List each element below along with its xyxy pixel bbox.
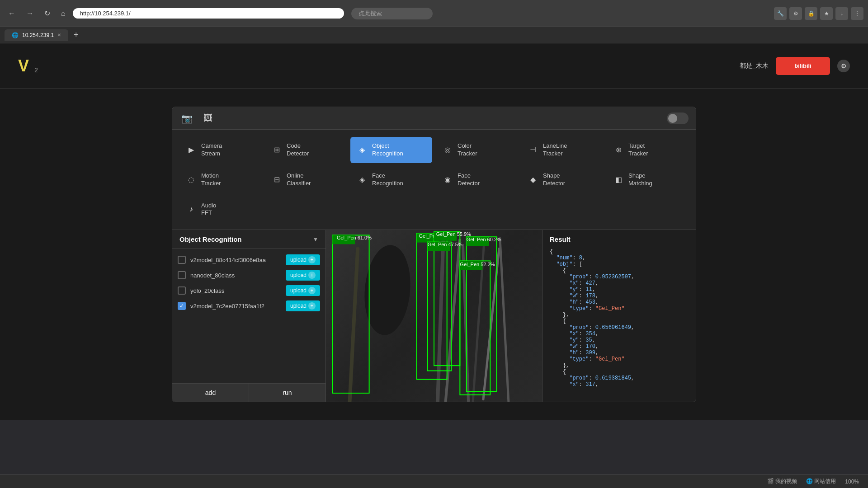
- nav-item-camera-stream-label: CameraStream: [201, 142, 222, 158]
- extension-icon-2[interactable]: ⚙: [789, 7, 802, 20]
- model-list: v2model_88c414cf3006e8aa upload + nanode…: [172, 249, 326, 383]
- add-model-button[interactable]: add: [172, 384, 249, 402]
- svg-rect-12: [467, 237, 497, 392]
- main-container: 📷 🖼 ▶ CameraStream ⊞ CodeDetector ◈ Obje…: [172, 107, 696, 402]
- app-top-bar: V 2 都是_木木 bilibili ⚙: [0, 43, 868, 89]
- new-tab-button[interactable]: +: [74, 30, 79, 40]
- upload-button-3[interactable]: upload +: [286, 300, 320, 311]
- nav-item-color-tracker-label: ColorTracker: [458, 142, 477, 158]
- nav-item-object-recognition-label: ObjectRecognition: [372, 142, 403, 158]
- nav-item-online-classifier-label: OnlineClassifier: [287, 172, 311, 188]
- address-bar[interactable]: http://10.254.239.1/: [73, 8, 344, 19]
- upload-label-0: upload: [290, 257, 307, 263]
- toggle-switch[interactable]: [667, 113, 689, 124]
- tab-favicon: 🌐: [12, 32, 19, 38]
- code-detector-icon: ⊞: [271, 145, 282, 155]
- nav-item-face-recognition-label: FaceRecognition: [372, 172, 403, 188]
- nav-item-shape-matching-label: ShapeMatching: [628, 172, 652, 188]
- svg-rect-15: [460, 261, 490, 395]
- right-panel: Result { "num": 8, "obj": [ { "prob": 0.…: [542, 230, 696, 402]
- extension-icon-4[interactable]: ★: [820, 7, 833, 20]
- upload-label-1: upload: [290, 272, 307, 278]
- home-button[interactable]: ⌂: [57, 8, 69, 19]
- panel-collapse-button[interactable]: ▼: [313, 236, 318, 243]
- nav-item-laneline-tracker-label: LaneLineTracker: [543, 142, 567, 158]
- nav-item-object-recognition[interactable]: ◈ ObjectRecognition: [350, 137, 432, 163]
- run-button[interactable]: run: [249, 384, 326, 402]
- nav-menu: ▶ CameraStream ⊞ CodeDetector ◈ ObjectRe…: [172, 130, 696, 230]
- upload-label-2: upload: [290, 287, 307, 294]
- model-checkbox-3[interactable]: ✓: [178, 302, 186, 310]
- svg-text:Gel_Pen 47.5%: Gel_Pen 47.5%: [428, 242, 462, 247]
- nav-item-code-detector[interactable]: ⊞ CodeDetector: [265, 137, 347, 163]
- face-detector-icon: ◉: [442, 174, 453, 185]
- back-button[interactable]: ←: [5, 8, 19, 19]
- detection-overlay: Gel_Pen 61.0% Gel_Pen 65.6% Gel_Pen 55.9…: [326, 230, 542, 402]
- shape-matching-icon: ◧: [613, 174, 624, 185]
- settings-button[interactable]: ⚙: [837, 60, 850, 72]
- nav-item-online-classifier[interactable]: ⊟ OnlineClassifier: [265, 167, 347, 193]
- active-tab[interactable]: 🌐 10.254.239.1 ✕: [5, 29, 68, 41]
- zoom-level: 100%: [845, 479, 859, 485]
- color-tracker-icon: ◎: [442, 145, 453, 155]
- model-checkbox-1[interactable]: [178, 271, 186, 279]
- upload-button-0[interactable]: upload +: [286, 254, 320, 265]
- app-top-text: 都是_木木: [740, 62, 769, 70]
- nav-item-motion-tracker-label: MotionTracker: [201, 172, 221, 188]
- nav-item-color-tracker[interactable]: ◎ ColorTracker: [436, 137, 518, 163]
- nav-item-target-tracker[interactable]: ⊕ TargetTracker: [607, 137, 689, 163]
- tab-bar: 🌐 10.254.239.1 ✕ +: [0, 27, 868, 43]
- upload-button-1[interactable]: upload +: [286, 270, 320, 281]
- model-name-3: v2model_7c2ee07715faa1f2: [190, 303, 281, 310]
- settings-icon: ⚙: [841, 62, 847, 70]
- nav-item-shape-matching[interactable]: ◧ ShapeMatching: [607, 167, 689, 193]
- bilibili-label: bilibili: [794, 62, 811, 69]
- app-logo-sub: 2: [34, 66, 38, 74]
- camera-stream-icon: ▶: [186, 145, 197, 155]
- nav-item-audio-fft[interactable]: ♪ AudioFFT: [179, 197, 261, 223]
- nav-item-target-tracker-label: TargetTracker: [628, 142, 648, 158]
- nav-item-face-recognition[interactable]: ◈ FaceRecognition: [350, 167, 432, 193]
- camera-feed: Gel_Pen 61.0% Gel_Pen 65.6% Gel_Pen 55.9…: [326, 230, 542, 402]
- status-bar: 🎬 我的视频 🌐 网站信用 100%: [0, 474, 868, 488]
- upload-plus-icon-0: +: [308, 256, 316, 263]
- search-bar[interactable]: 点此搜索: [351, 8, 433, 19]
- top-toolbar: 📷 🖼: [172, 107, 696, 130]
- app-logo-area: V 2: [18, 56, 38, 75]
- sim-image: Gel_Pen 61.0% Gel_Pen 65.6% Gel_Pen 55.9…: [326, 230, 542, 402]
- svg-text:Gel_Pen 52.2%: Gel_Pen 52.2%: [460, 262, 495, 267]
- reload-button[interactable]: ↻: [41, 7, 54, 19]
- face-recognition-icon: ◈: [357, 174, 368, 185]
- model-item-1: nanodet_80class upload +: [178, 270, 320, 281]
- forward-button[interactable]: →: [23, 8, 37, 19]
- motion-tracker-icon: ◌: [186, 174, 197, 185]
- result-title: Result: [550, 235, 689, 243]
- model-checkbox-2[interactable]: [178, 286, 186, 295]
- nav-item-motion-tracker[interactable]: ◌ MotionTracker: [179, 167, 261, 193]
- model-item-3: ✓ v2model_7c2ee07715faa1f2 upload +: [178, 300, 320, 311]
- model-item-0: v2model_88c414cf3006e8aa upload +: [178, 254, 320, 265]
- upload-label-3: upload: [290, 303, 307, 309]
- svg-text:Gel_Pen 60.2%: Gel_Pen 60.2%: [467, 237, 501, 242]
- svg-rect-9: [428, 242, 452, 371]
- nav-item-face-detector[interactable]: ◉ FaceDetector: [436, 167, 518, 193]
- audio-fft-icon: ♪: [186, 204, 197, 215]
- nav-item-camera-stream[interactable]: ▶ CameraStream: [179, 137, 261, 163]
- upload-button-2[interactable]: upload +: [286, 285, 320, 296]
- extension-icon-5[interactable]: ↓: [835, 7, 848, 20]
- nav-item-laneline-tracker[interactable]: ⊣ LaneLineTracker: [521, 137, 603, 163]
- more-options-button[interactable]: ⋮: [851, 7, 863, 20]
- camera-capture-button[interactable]: 📷: [179, 111, 194, 126]
- shape-detector-icon: ◆: [528, 174, 538, 185]
- panel-title: Object Recognition: [179, 235, 242, 243]
- extension-icon-1[interactable]: 🔧: [774, 7, 787, 20]
- tab-close-button[interactable]: ✕: [57, 33, 61, 38]
- bilibili-btn[interactable]: bilibili: [776, 57, 830, 75]
- image-upload-button[interactable]: 🖼: [202, 111, 214, 125]
- upload-plus-icon-3: +: [308, 302, 316, 310]
- extension-icon-3[interactable]: 🔒: [805, 7, 817, 20]
- model-name-1: nanodet_80class: [190, 272, 281, 279]
- page-body: 📷 🖼 ▶ CameraStream ⊞ CodeDetector ◈ Obje…: [0, 89, 868, 420]
- nav-item-shape-detector[interactable]: ◆ ShapeDetector: [521, 167, 603, 193]
- model-checkbox-0[interactable]: [178, 256, 186, 264]
